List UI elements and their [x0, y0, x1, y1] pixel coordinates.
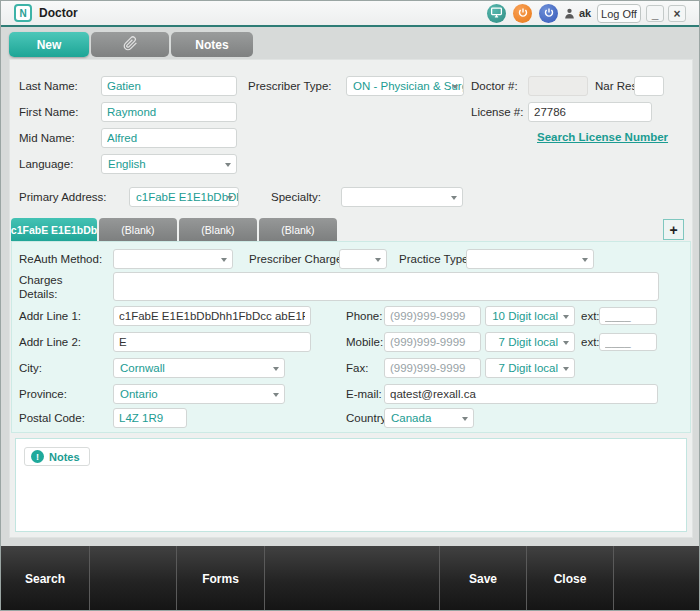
shutdown-button[interactable] — [513, 4, 532, 23]
practice-type-dropdown[interactable] — [466, 249, 594, 269]
province-value: Ontario — [120, 388, 158, 400]
notes-panel: ! Notes — [15, 438, 687, 532]
log-off-button[interactable]: Log Off — [597, 4, 641, 23]
prescriber-type-label: Prescriber Type: — [248, 80, 332, 92]
fax-format-dropdown[interactable]: 7 Digit local — [485, 358, 575, 378]
license-number-label: License #: — [471, 106, 523, 118]
address-tab-blank-1[interactable]: (Blank) — [99, 218, 177, 241]
country-label: Country: — [346, 412, 389, 424]
paperclip-icon — [123, 36, 138, 54]
first-name-input[interactable] — [101, 102, 237, 122]
forms-button[interactable]: Forms — [176, 546, 264, 611]
country-value: Canada — [391, 412, 431, 424]
email-label: E-mail: — [346, 388, 382, 400]
prescriber-charges-dropdown[interactable] — [339, 249, 387, 269]
chevron-down-icon — [225, 163, 231, 167]
addr-line-2-input[interactable] — [113, 332, 311, 352]
minimize-button[interactable]: _ — [646, 5, 664, 22]
last-name-label: Last Name: — [19, 80, 78, 92]
phone-label: Phone: — [346, 310, 382, 322]
phone-ext-input[interactable] — [599, 307, 657, 325]
first-name-label: First Name: — [19, 106, 78, 118]
tab-notes[interactable]: Notes — [171, 32, 253, 57]
chevron-down-icon — [452, 85, 458, 89]
postal-code-input[interactable] — [113, 408, 187, 428]
reauth-method-label: ReAuth Method: — [19, 253, 102, 265]
license-number-input[interactable] — [528, 102, 652, 122]
language-dropdown[interactable]: English — [101, 154, 237, 174]
power-icon — [543, 5, 555, 23]
address-tab-blank-3[interactable]: (Blank) — [259, 218, 337, 241]
power-icon — [517, 5, 529, 23]
title-bar: N Doctor ak Log Off _ × — [1, 1, 699, 25]
footer-blank-segment — [264, 546, 439, 611]
country-dropdown[interactable]: Canada — [384, 408, 474, 428]
mid-name-input[interactable] — [101, 128, 237, 148]
phone-format-value: 10 Digit local — [492, 310, 558, 322]
charges-details-input[interactable] — [113, 272, 659, 301]
address-tab-active[interactable]: c1FabE E1E1bDb — [11, 218, 97, 241]
fax-input[interactable] — [384, 358, 481, 378]
primary-address-value: c1FabE E1E1bDbDhh1FbDcc abE1Fb — [136, 191, 239, 203]
chevron-down-icon — [273, 367, 279, 371]
footer-bar: Search Forms Save Close — [1, 546, 700, 611]
language-value: English — [108, 158, 146, 170]
province-label: Province: — [19, 388, 67, 400]
logged-in-user: ak — [579, 7, 591, 19]
charges-details-label: Charges Details: — [19, 273, 89, 301]
footer-blank-segment — [89, 546, 176, 611]
last-name-input[interactable] — [101, 76, 237, 96]
chevron-down-icon — [273, 393, 279, 397]
chevron-down-icon — [563, 367, 569, 371]
province-dropdown[interactable]: Ontario — [113, 384, 285, 404]
user-icon — [563, 6, 576, 24]
mobile-ext-label: ext: — [581, 336, 600, 348]
city-label: City: — [19, 362, 42, 374]
fax-label: Fax: — [346, 362, 368, 374]
add-address-button[interactable]: + — [663, 219, 684, 240]
phone-format-dropdown[interactable]: 10 Digit local — [485, 306, 575, 326]
city-dropdown[interactable]: Cornwall — [113, 358, 285, 378]
postal-code-label: Postal Code: — [19, 412, 85, 424]
chevron-down-icon — [563, 315, 569, 319]
primary-address-dropdown[interactable]: c1FabE E1E1bDbDhh1FbDcc abE1Fb — [129, 187, 239, 207]
addr-line-1-input[interactable] — [113, 306, 311, 326]
specialty-dropdown[interactable] — [341, 187, 463, 207]
close-window-button[interactable]: × — [668, 5, 686, 22]
city-value: Cornwall — [120, 362, 165, 374]
remote-session-button[interactable] — [487, 4, 506, 23]
specialty-label: Specialty: — [271, 191, 321, 203]
reauth-method-dropdown[interactable] — [113, 249, 233, 269]
prescriber-charges-label: Prescriber Charges: — [249, 253, 351, 265]
email-input[interactable] — [384, 384, 658, 404]
chevron-down-icon — [221, 258, 227, 262]
search-button[interactable]: Search — [1, 546, 89, 611]
app-logo-icon: N — [14, 4, 32, 22]
notes-button[interactable]: ! Notes — [24, 447, 90, 466]
prescriber-type-dropdown[interactable]: ON - Physician & Surge — [346, 76, 464, 96]
addr-line-1-label: Addr Line 1: — [19, 310, 81, 322]
mobile-format-dropdown[interactable]: 7 Digit local — [485, 332, 575, 352]
mobile-format-value: 7 Digit local — [499, 336, 558, 348]
mobile-ext-input[interactable] — [599, 333, 657, 351]
doctor-window: N Doctor ak Log Off _ × New — [0, 0, 700, 611]
restart-button[interactable] — [539, 4, 558, 23]
doctor-number-label: Doctor #: — [471, 80, 518, 92]
search-license-number-link[interactable]: Search License Number — [537, 131, 668, 143]
practice-type-label: Practice Type: — [399, 253, 472, 265]
tab-new[interactable]: New — [9, 32, 89, 57]
chevron-down-icon — [451, 196, 457, 200]
phone-input[interactable] — [384, 306, 481, 326]
chevron-down-icon — [563, 341, 569, 345]
address-tab-blank-2[interactable]: (Blank) — [179, 218, 257, 241]
close-button[interactable]: Close — [526, 546, 613, 611]
monitor-icon — [490, 5, 503, 23]
chevron-down-icon — [462, 417, 468, 421]
chevron-down-icon — [227, 196, 233, 200]
nar-res-input[interactable] — [634, 76, 664, 96]
tab-attachments[interactable] — [91, 32, 169, 57]
mobile-input[interactable] — [384, 332, 481, 352]
chevron-down-icon — [582, 258, 588, 262]
save-button[interactable]: Save — [439, 546, 526, 611]
window-title: Doctor — [39, 6, 78, 20]
